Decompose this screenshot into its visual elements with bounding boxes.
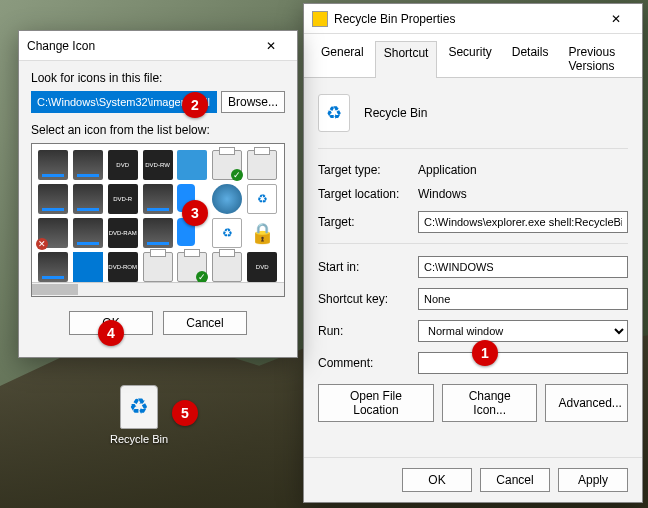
desktop-recycle-bin-icon[interactable]: Recycle Bin	[110, 385, 168, 445]
desktop-icon-label: Recycle Bin	[110, 433, 168, 445]
close-icon[interactable]: ✕	[253, 32, 289, 60]
target-input[interactable]	[418, 211, 628, 233]
open-file-location-button[interactable]: Open File Location	[318, 384, 434, 422]
recycle-bin-icon	[120, 385, 158, 429]
recycle-bin-full-icon[interactable]: ♻	[212, 218, 242, 248]
drive-icon[interactable]	[38, 184, 68, 214]
target-type-value: Application	[418, 163, 628, 177]
ok-button[interactable]: OK	[402, 468, 472, 492]
drive-icon[interactable]	[143, 184, 173, 214]
drive-icon[interactable]	[73, 150, 103, 180]
drive-error-icon[interactable]	[38, 218, 68, 248]
window-title: Change Icon	[27, 39, 253, 53]
badge-1: 1	[472, 340, 498, 366]
folder-icon	[312, 11, 328, 27]
printer-check-icon[interactable]	[177, 252, 207, 282]
shortcut-key-label: Shortcut key:	[318, 292, 412, 306]
tab-previous-versions[interactable]: Previous Versions	[559, 40, 634, 77]
tab-strip: General Shortcut Security Details Previo…	[304, 34, 642, 78]
comment-input[interactable]	[418, 352, 628, 374]
start-in-label: Start in:	[318, 260, 412, 274]
target-type-label: Target type:	[318, 163, 412, 177]
shortcut-key-input[interactable]	[418, 288, 628, 310]
printer-check-icon[interactable]	[212, 150, 242, 180]
titlebar[interactable]: Change Icon ✕	[19, 31, 297, 61]
tab-general[interactable]: General	[312, 40, 373, 77]
shortcut-name: Recycle Bin	[364, 106, 427, 120]
drive-icon[interactable]	[38, 252, 68, 282]
properties-window: Recycle Bin Properties ✕ General Shortcu…	[303, 3, 643, 503]
target-location-value: Windows	[418, 187, 628, 201]
lock-icon[interactable]: 🔒	[247, 218, 277, 248]
dvd-ram-icon[interactable]: DVD-RAM	[108, 218, 138, 248]
tab-shortcut[interactable]: Shortcut	[375, 41, 438, 78]
dvd-icon[interactable]: DVD	[108, 150, 138, 180]
tab-security[interactable]: Security	[439, 40, 500, 77]
start-in-input[interactable]	[418, 256, 628, 278]
advanced-button[interactable]: Advanced...	[545, 384, 628, 422]
browse-button[interactable]: Browse...	[221, 91, 285, 113]
computer-icon[interactable]	[177, 150, 207, 180]
change-icon-window: Change Icon ✕ Look for icons in this fil…	[18, 30, 298, 358]
badge-2: 2	[182, 92, 208, 118]
recycle-bin-icon[interactable]: ♻	[247, 184, 277, 214]
change-icon-button[interactable]: Change Icon...	[442, 384, 538, 422]
target-location-label: Target location:	[318, 187, 412, 201]
comment-label: Comment:	[318, 356, 412, 370]
run-label: Run:	[318, 324, 412, 338]
printer-icon[interactable]	[212, 252, 242, 282]
run-select[interactable]: Normal window	[418, 320, 628, 342]
dvd-rom-icon[interactable]: DVD-ROM	[108, 252, 138, 282]
printer-icon[interactable]	[247, 150, 277, 180]
dvd-rw-icon[interactable]: DVD-RW	[143, 150, 173, 180]
cancel-button[interactable]: Cancel	[163, 311, 247, 335]
ram-icon[interactable]	[73, 184, 103, 214]
titlebar[interactable]: Recycle Bin Properties ✕	[304, 4, 642, 34]
windows-logo-icon[interactable]	[73, 252, 103, 282]
select-label: Select an icon from the list below:	[31, 123, 285, 137]
badge-3: 3	[182, 200, 208, 226]
look-label: Look for icons in this file:	[31, 71, 285, 85]
cancel-button[interactable]: Cancel	[480, 468, 550, 492]
badge-5: 5	[172, 400, 198, 426]
tab-details[interactable]: Details	[503, 40, 558, 77]
drive-icon[interactable]	[38, 150, 68, 180]
drive-icon[interactable]	[143, 218, 173, 248]
icon-list[interactable]: DVD DVD-RW DVD-R ♻ DVD-RAM ♻ 🔒	[31, 143, 285, 297]
dvd-icon[interactable]: DVD	[247, 252, 277, 282]
window-title: Recycle Bin Properties	[334, 12, 598, 26]
close-icon[interactable]: ✕	[598, 5, 634, 33]
scrollbar[interactable]	[32, 282, 284, 296]
drive-icon[interactable]	[73, 218, 103, 248]
dvd-r-icon[interactable]: DVD-R	[108, 184, 138, 214]
apply-button[interactable]: Apply	[558, 468, 628, 492]
printer-icon[interactable]	[143, 252, 173, 282]
scrollbar-thumb[interactable]	[32, 284, 78, 295]
network-icon[interactable]	[212, 184, 242, 214]
target-label: Target:	[318, 215, 412, 229]
recycle-bin-icon: ♻	[318, 94, 350, 132]
badge-4: 4	[98, 320, 124, 346]
